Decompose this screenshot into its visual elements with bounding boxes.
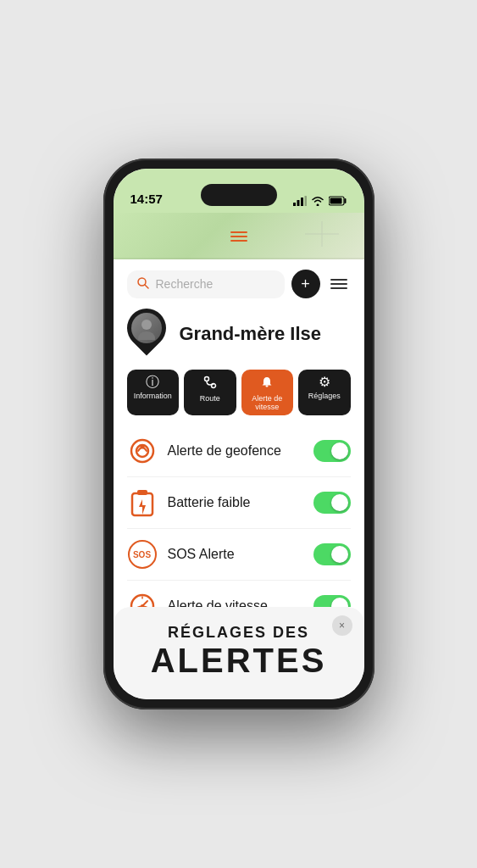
sheet-close-button[interactable]: × [332,615,352,636]
route-icon [203,376,217,392]
tab-information[interactable]: ⓘ Information [127,370,180,415]
map-area [114,213,364,259]
battery-alert-icon [130,488,154,517]
speed-icon [128,592,157,607]
avatar [131,313,162,343]
avatar-pin [127,309,169,359]
sos-icon-wrap: SOS [127,539,158,570]
information-icon: ⓘ [146,376,159,389]
map-menu-icon[interactable] [230,231,247,242]
search-svg [137,277,149,289]
status-icons [293,196,347,206]
search-placeholder: Recherche [156,277,214,291]
add-button[interactable]: + [291,270,320,298]
tab-route-label: Route [200,394,220,403]
toggle-battery[interactable] [313,492,351,514]
status-time: 14:57 [130,192,163,206]
person-row: Grand-mère Ilse [127,309,351,359]
person-name: Grand-mère Ilse [180,323,322,345]
alert-battery: Batterie faible [127,477,351,529]
svg-rect-14 [266,386,269,387]
svg-rect-3 [304,196,307,206]
tab-route[interactable]: Route [184,370,236,415]
dynamic-island [201,184,277,206]
svg-point-17 [140,445,144,449]
gear-icon: ⚙ [319,376,330,389]
tab-alerte-vitesse[interactable]: Alerte de vitesse [241,370,294,415]
svg-point-15 [131,440,153,462]
alert-geofence-label: Alerte de geofence [168,443,303,459]
avatar-svg [135,316,158,340]
toggle-speed[interactable] [313,595,351,607]
search-icon [137,277,149,292]
map-decoration [305,221,339,247]
phone-screen: 14:57 [114,169,364,699]
svg-rect-1 [297,200,299,206]
signal-icon [293,196,307,206]
toggle-geofence[interactable] [313,440,351,462]
svg-rect-2 [301,198,303,206]
bell-icon [260,376,274,392]
alert-battery-label: Batterie faible [168,495,303,510]
sheet-title-big: ALERTES [134,642,344,679]
svg-rect-19 [137,490,147,495]
tab-row: ⓘ Information Route [127,370,351,415]
bell-svg [260,376,274,389]
search-bar[interactable]: Recherche [127,270,285,298]
svg-rect-5 [330,198,341,204]
battery-icon-wrap [127,487,158,518]
wifi-icon [311,196,324,206]
sheet-title-top: RÉGLAGES DES [134,624,344,642]
alert-speed: Alerte de vitesse [127,581,351,607]
svg-point-10 [141,320,152,330]
route-svg [203,376,217,389]
tab-reglages[interactable]: ⚙ Réglages [298,370,351,415]
tab-information-label: Information [134,392,172,400]
alert-speed-label: Alerte de vitesse [168,598,303,607]
menu-button[interactable] [327,275,351,292]
alert-sos-label: SOS Alerte [168,547,303,562]
battery-status-icon [329,196,347,206]
svg-line-9 [145,285,148,288]
toggle-sos[interactable] [313,543,351,565]
tab-reglages-label: Réglages [308,392,341,400]
sos-icon: SOS [128,540,157,569]
alert-list: Alerte de geofence Batterie faible [127,426,351,607]
alert-geofence: Alerte de geofence [127,426,351,477]
svg-point-11 [138,331,155,340]
alert-sos: SOS SOS Alerte [127,529,351,581]
svg-rect-0 [293,203,296,206]
bottom-sheet: × RÉGLAGES DES ALERTES [114,607,364,699]
speed-icon-wrap [127,591,158,607]
geofence-icon [128,437,157,465]
content-area: Recherche + Grand [114,259,364,607]
phone-wrapper: 14:57 [103,159,374,709]
search-row: Recherche + [127,270,351,298]
geofence-icon-wrap [127,436,158,466]
tab-alerte-vitesse-label: Alerte de vitesse [245,394,291,411]
svg-point-12 [204,377,208,381]
